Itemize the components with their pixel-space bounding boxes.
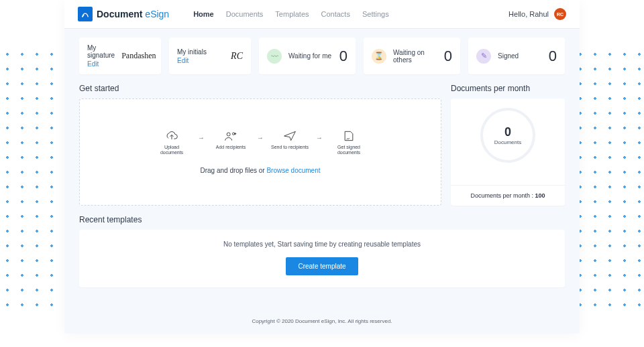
stat-waiting-me: 〰 Waiting for me 0 bbox=[259, 38, 356, 74]
my-signature-card: My signature Edit Pandashen bbox=[79, 38, 161, 74]
nav-settings[interactable]: Settings bbox=[362, 10, 389, 18]
stat-waiting-me-label: Waiting for me bbox=[288, 52, 333, 60]
stat-waiting-others-value: 0 bbox=[444, 48, 452, 65]
docs-ring-label: Documents bbox=[494, 139, 521, 145]
top-nav: Home Documents Templates Contacts Settin… bbox=[193, 10, 389, 18]
docs-per-month-card: 0 Documents Documents per month : 100 bbox=[451, 98, 565, 206]
greeting: Hello, Rahul bbox=[508, 10, 549, 18]
docs-per-month-footer: Documents per month : 100 bbox=[451, 185, 565, 206]
cloud-upload-icon bbox=[165, 130, 178, 142]
my-initials-card: My initials Edit RC bbox=[169, 38, 251, 74]
stat-signed: ✎ Signed 0 bbox=[468, 38, 565, 74]
nav-documents[interactable]: Documents bbox=[226, 10, 264, 18]
people-plus-icon bbox=[224, 130, 237, 142]
brand-logo[interactable]: Document eSign bbox=[78, 7, 169, 21]
my-initials-preview: RC bbox=[231, 51, 243, 62]
get-started-dropzone[interactable]: Upload documents → Add recipients → Send… bbox=[79, 98, 441, 206]
my-initials-edit[interactable]: Edit bbox=[177, 57, 207, 64]
wave-icon: 〰 bbox=[267, 49, 282, 64]
brand-mark-icon bbox=[78, 7, 93, 21]
recent-templates-empty: No templates yet, Start saving time by c… bbox=[87, 240, 557, 248]
create-template-button[interactable]: Create template bbox=[286, 257, 358, 275]
pen-icon: ✎ bbox=[476, 49, 491, 64]
step-upload: Upload documents bbox=[152, 130, 191, 155]
my-signature-preview: Pandashen bbox=[121, 51, 156, 61]
avatar[interactable]: RC bbox=[554, 8, 566, 20]
stat-waiting-me-value: 0 bbox=[339, 48, 347, 65]
paper-plane-icon bbox=[283, 130, 297, 142]
app-header: Document eSign Home Documents Templates … bbox=[64, 0, 580, 28]
docs-per-month-title: Documents per month bbox=[451, 84, 565, 93]
doc-signed-icon bbox=[342, 130, 356, 142]
dropzone-hint: Drag and drop files or Browse document bbox=[201, 167, 321, 174]
step-recipients: Add recipients bbox=[211, 130, 250, 150]
arrow-icon: → bbox=[257, 134, 264, 141]
footer-copyright: Copyright © 2020 Document eSign, Inc. Al… bbox=[64, 309, 580, 334]
stat-signed-label: Signed bbox=[498, 52, 542, 60]
get-started-title: Get started bbox=[79, 84, 441, 93]
svg-point-0 bbox=[227, 133, 230, 136]
recent-templates-card: No templates yet, Start saving time by c… bbox=[79, 230, 565, 287]
nav-home[interactable]: Home bbox=[193, 10, 214, 18]
step-signed: Get signed documents bbox=[329, 130, 368, 155]
stat-waiting-others: ⌛ Waiting on others 0 bbox=[364, 38, 460, 74]
hourglass-icon: ⌛ bbox=[372, 49, 386, 64]
docs-ring: 0 Documents bbox=[480, 108, 535, 163]
docs-ring-value: 0 bbox=[504, 125, 511, 139]
app-shell: Document eSign Home Documents Templates … bbox=[64, 0, 580, 334]
my-signature-title: My signature bbox=[87, 44, 115, 59]
nav-templates[interactable]: Templates bbox=[275, 10, 309, 18]
nav-contacts[interactable]: Contacts bbox=[321, 10, 350, 18]
arrow-icon: → bbox=[198, 134, 205, 141]
arrow-icon: → bbox=[316, 134, 323, 141]
stat-waiting-others-label: Waiting on others bbox=[393, 49, 437, 64]
onboarding-steps: Upload documents → Add recipients → Send… bbox=[152, 130, 368, 155]
step-send: Send to recipients bbox=[270, 130, 309, 150]
brand-name: Document eSign bbox=[97, 9, 169, 19]
recent-templates-title: Recent templates bbox=[79, 215, 565, 224]
my-initials-title: My initials bbox=[177, 48, 207, 56]
stats-row: My signature Edit Pandashen My initials … bbox=[79, 38, 565, 74]
stat-signed-value: 0 bbox=[549, 48, 557, 65]
my-signature-edit[interactable]: Edit bbox=[87, 60, 115, 68]
browse-document-link[interactable]: Browse document bbox=[266, 167, 320, 174]
